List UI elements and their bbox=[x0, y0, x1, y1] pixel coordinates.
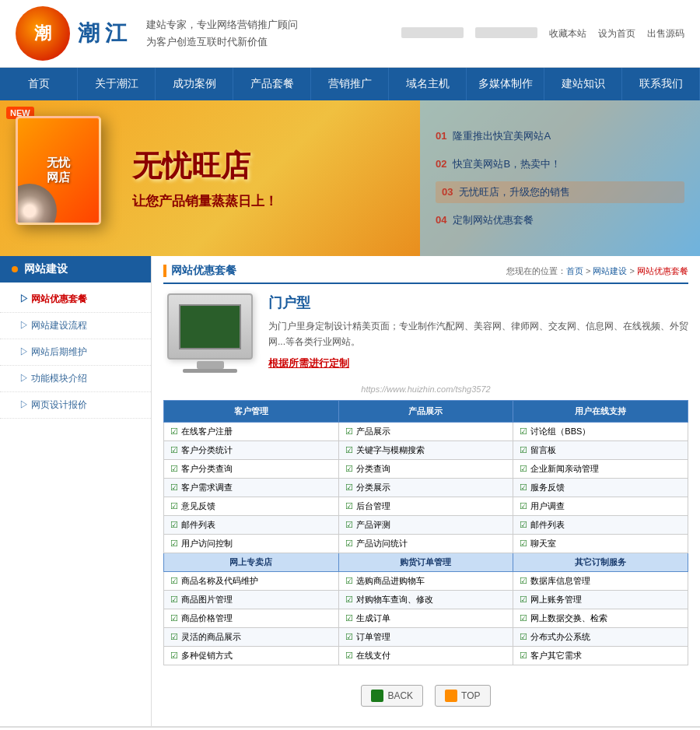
sidebar-menu: 网站优惠套餐 网站建设流程 网站后期维护 功能模块介绍 网页设计报价 bbox=[0, 283, 151, 423]
table-row: ☑商品价格管理 ☑生成订单 ☑网上数据交换、检索 bbox=[164, 609, 688, 628]
banner-book: 无忧网店 bbox=[16, 116, 101, 225]
main-nav: 首页 关于潮江 成功案例 产品套餐 营销推广 域名主机 多媒体制作 建站知识 联… bbox=[0, 68, 700, 100]
content-header: 网站优惠套餐 您现在的位置：首页 > 网站建设 > 网站优惠套餐 bbox=[163, 264, 688, 284]
banner-right: 01隆重推出快宜美网站A 02快宜美网站B，热卖中！ 03无忧旺店，升级您的销售… bbox=[420, 100, 700, 256]
sidebar-item-modules[interactable]: 功能模块介绍 bbox=[0, 366, 151, 392]
banner-subtitle: 让您产品销量蒸蒸日上！ bbox=[132, 192, 278, 210]
table-row: ☑多种促销方式 ☑在线支付 ☑客户其它需求 bbox=[164, 647, 688, 665]
table-row: ☑商品名称及代码维护 ☑选购商品进购物车 ☑数据库信息管理 bbox=[164, 572, 688, 591]
sidebar-item-pricing[interactable]: 网页设计报价 bbox=[0, 392, 151, 419]
customize-link[interactable]: 根据所需进行定制 bbox=[268, 357, 349, 369]
book-label: 无忧网店 bbox=[47, 156, 70, 185]
sidebar-item-maintenance[interactable]: 网站后期维护 bbox=[0, 339, 151, 366]
table-row: ☑意见反馈 ☑后台管理 ☑用户调查 bbox=[164, 497, 688, 516]
logo-text: 潮 江 bbox=[78, 19, 127, 48]
table-row: ☑客户需求调查 ☑分类展示 ☑服务反馈 bbox=[164, 479, 688, 497]
table-row: ☑客户分类统计 ☑关键字与模糊搜索 ☑留言板 bbox=[164, 441, 688, 460]
nav-item-domain[interactable]: 域名主机 bbox=[389, 68, 467, 100]
cd-icon bbox=[16, 184, 57, 225]
top-button[interactable]: TOP bbox=[435, 685, 490, 707]
banner-book-area: 无忧网店 bbox=[16, 116, 117, 240]
table-row: ☑用户访问控制 ☑产品访问统计 ☑聊天室 bbox=[164, 535, 688, 553]
table-row: ☑商品图片管理 ☑对购物车查询、修改 ☑网上账务管理 bbox=[164, 591, 688, 609]
content-title-text: 网站优惠套餐 bbox=[171, 264, 236, 278]
breadcrumb-parent[interactable]: 网站建设 bbox=[593, 266, 627, 276]
nav-item-marketing[interactable]: 营销推广 bbox=[311, 68, 389, 100]
banner-item-2: 02快宜美网站B，热卖中！ bbox=[436, 153, 684, 175]
source-link[interactable]: 出售源码 bbox=[647, 27, 684, 40]
section-top: 门户型 为门户里身定制设计精美页面；专业制作汽配网、美容网、律师网、交友网、信息… bbox=[163, 293, 688, 373]
banner-item-3: 03无忧旺店，升级您的销售 bbox=[436, 181, 684, 203]
banner-item-1: 01隆重推出快宜美网站A bbox=[436, 125, 684, 147]
section-desc-text: 为门户里身定制设计精美页面；专业制作汽配网、美容网、律师网、交友网、信息网、在线… bbox=[268, 318, 688, 350]
slogan-line1: 建站专家，专业网络营销推广顾问 bbox=[146, 16, 298, 33]
back-label: BACK bbox=[387, 690, 413, 701]
title-bar-icon bbox=[163, 265, 166, 277]
section-title: 门户型 bbox=[268, 293, 688, 312]
logo-area: 潮 潮 江 建站专家，专业网络营销推广顾问 为客户创造互联时代新价值 bbox=[16, 6, 298, 61]
table-row: ☑在线客户注册 ☑产品展示 ☑讨论组（BBS） bbox=[164, 423, 688, 441]
banner-text-area: 无忧旺店 让您产品销量蒸蒸日上！ bbox=[132, 146, 278, 210]
back-button[interactable]: BACK bbox=[361, 685, 423, 707]
banner-title: 无忧旺店 bbox=[132, 146, 278, 186]
banner: NEW 无忧网店 无忧旺店 让您产品销量蒸蒸日上！ 01隆重推出快宜美网站A 0… bbox=[0, 100, 700, 256]
nav-item-media[interactable]: 多媒体制作 bbox=[467, 68, 544, 100]
slogan: 建站专家，专业网络营销推广顾问 为客户创造互联时代新价值 bbox=[146, 16, 298, 51]
home-link[interactable]: 设为首页 bbox=[598, 27, 635, 40]
monitor-image bbox=[163, 293, 257, 373]
nav-item-cases[interactable]: 成功案例 bbox=[156, 68, 233, 100]
content-area: 网站优惠套餐 您现在的位置：首页 > 网站建设 > 网站优惠套餐 门户型 为门户… bbox=[152, 256, 700, 726]
sidebar-item-packages[interactable]: 网站优惠套餐 bbox=[0, 286, 151, 313]
table-header-support: 用户在线支持 bbox=[513, 401, 688, 423]
table-row: ☑灵活的商品展示 ☑订单管理 ☑分布式办公系统 bbox=[164, 628, 688, 647]
sidebar-header: 网站建设 bbox=[0, 256, 151, 283]
sidebar-item-process[interactable]: 网站建设流程 bbox=[0, 313, 151, 339]
banner-left: 无忧网店 无忧旺店 让您产品销量蒸蒸日上！ bbox=[0, 100, 420, 256]
main-container: 网站建设 网站优惠套餐 网站建设流程 网站后期维护 功能模块介绍 网页设计报价 … bbox=[0, 256, 700, 726]
breadcrumb-current: 网站优惠套餐 bbox=[637, 266, 688, 276]
top-icon bbox=[445, 690, 457, 702]
table-row: ☑邮件列表 ☑产品评测 ☑邮件列表 bbox=[164, 516, 688, 535]
table-header-customer: 客户管理 bbox=[164, 401, 339, 423]
feature-table: 客户管理 产品展示 用户在线支持 ☑在线客户注册 ☑产品展示 ☑讨论组（BBS）… bbox=[163, 400, 688, 665]
table-section-header: 网上专卖店 购货订单管理 其它订制服务 bbox=[164, 553, 688, 572]
back-icon bbox=[371, 690, 383, 702]
nav-item-products[interactable]: 产品套餐 bbox=[233, 68, 311, 100]
nav-item-contact[interactable]: 联系我们 bbox=[622, 68, 700, 100]
sidebar-title: 网站建设 bbox=[24, 262, 68, 276]
breadcrumb: 您现在的位置：首页 > 网站建设 > 网站优惠套餐 bbox=[506, 265, 688, 277]
redacted-link1 bbox=[401, 27, 464, 38]
nav-item-knowledge[interactable]: 建站知识 bbox=[544, 68, 622, 100]
nav-item-home[interactable]: 首页 bbox=[0, 68, 78, 100]
header: 潮 潮 江 建站专家，专业网络营销推广顾问 为客户创造互联时代新价值 收藏本站 … bbox=[0, 0, 700, 68]
footer: 潮 江 Copyright © 2009 潮江设计室 与广州百中科技会。打击仿我… bbox=[0, 726, 700, 730]
header-links: 收藏本站 设为首页 出售源码 bbox=[401, 27, 684, 40]
redacted-link2 bbox=[475, 27, 537, 38]
content-title: 网站优惠套餐 bbox=[163, 264, 236, 278]
nav-item-about[interactable]: 关于潮江 bbox=[78, 68, 156, 100]
sidebar-bullet-icon bbox=[12, 266, 18, 272]
breadcrumb-home[interactable]: 首页 bbox=[566, 266, 583, 276]
top-label: TOP bbox=[461, 690, 480, 701]
logo-icon: 潮 bbox=[16, 6, 70, 61]
banner-item-4: 04定制网站优惠套餐 bbox=[436, 209, 684, 231]
section-description: 门户型 为门户里身定制设计精美页面；专业制作汽配网、美容网、律师网、交友网、信息… bbox=[268, 293, 688, 373]
bookmark-link[interactable]: 收藏本站 bbox=[549, 27, 586, 40]
table-header-product: 产品展示 bbox=[338, 401, 513, 423]
url-watermark: https://www.huizhin.com/tshg3572 bbox=[163, 384, 688, 394]
table-row: ☑客户分类查询 ☑分类查询 ☑企业新闻亲动管理 bbox=[164, 460, 688, 479]
footer-buttons: BACK TOP bbox=[163, 673, 688, 718]
sidebar: 网站建设 网站优惠套餐 网站建设流程 网站后期维护 功能模块介绍 网页设计报价 bbox=[0, 256, 152, 726]
slogan-line2: 为客户创造互联时代新价值 bbox=[146, 33, 298, 51]
